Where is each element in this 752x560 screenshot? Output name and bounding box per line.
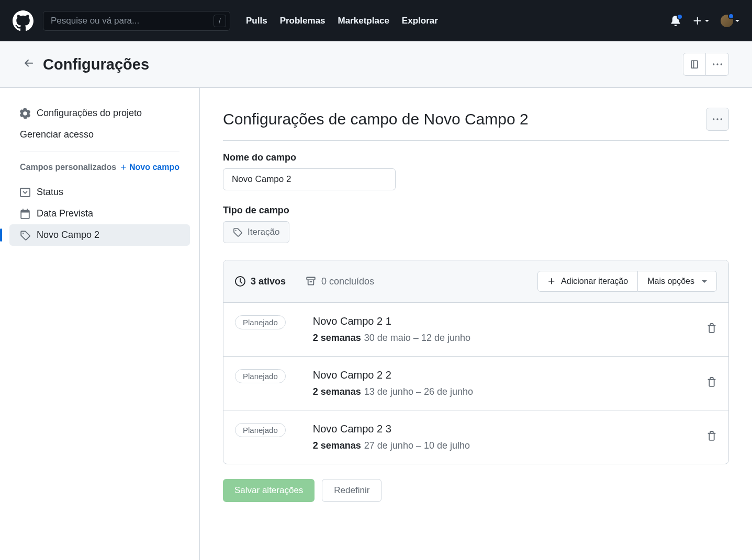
clock-icon — [235, 276, 245, 287]
iteration-icon — [20, 230, 30, 241]
iteration-row: Planejado Novo Campo 2 1 2 semanas30 de … — [223, 303, 728, 357]
main-header: Configurações de campo de Novo Campo 2 — [223, 108, 729, 141]
add-iteration-button[interactable]: Adicionar iteração — [537, 271, 638, 292]
trash-icon — [706, 431, 717, 441]
avatar-dot — [728, 13, 734, 19]
sidebar: Configurações do projeto Gerenciar acess… — [0, 88, 200, 560]
caret-down-icon — [735, 20, 739, 22]
field-label: Novo Campo 2 — [37, 230, 99, 241]
user-menu[interactable] — [721, 15, 739, 27]
caret-down-icon — [705, 20, 709, 22]
custom-fields-header: Campos personalizados Novo campo — [9, 158, 190, 181]
search-input[interactable] — [43, 11, 230, 31]
divider — [20, 152, 179, 152]
sidebar-item-manage-access[interactable]: Gerenciar acesso — [9, 124, 190, 145]
delete-iteration-button[interactable] — [706, 377, 717, 390]
plus-icon — [547, 277, 556, 285]
field-type-label: Tipo de campo — [223, 205, 729, 216]
footer-actions: Salvar alterações Redefinir — [223, 479, 729, 502]
notifications-icon[interactable] — [670, 16, 681, 26]
nav-links: Pulls Problemas Marketplace Explorar — [246, 16, 438, 26]
nav-explore[interactable]: Explorar — [402, 16, 438, 26]
github-logo[interactable] — [13, 10, 33, 31]
field-name-input[interactable] — [223, 168, 396, 190]
iteration-meta: 2 semanas30 de maio – 12 de junho — [313, 333, 679, 344]
reset-button[interactable]: Redefinir — [322, 479, 381, 502]
trash-icon — [706, 323, 717, 334]
more-menu-button[interactable] — [706, 53, 729, 76]
main-title: Configurações de campo de Novo Campo 2 — [223, 110, 529, 128]
archive-icon — [306, 276, 316, 287]
topbar-right — [670, 15, 739, 27]
nav-marketplace[interactable]: Marketplace — [338, 16, 389, 26]
iterations-header: 3 ativos 0 concluídos Adicionar iteração… — [223, 260, 728, 303]
iteration-actions: Adicionar iteração Mais opções — [537, 271, 717, 292]
topbar: / Pulls Problemas Marketplace Explorar — [0, 0, 752, 41]
new-field-link[interactable]: Novo campo — [120, 163, 179, 172]
more-options-button[interactable]: Mais opções — [638, 271, 717, 292]
back-arrow-icon[interactable] — [23, 58, 35, 71]
plus-icon — [120, 164, 127, 171]
gear-icon — [20, 108, 30, 119]
iteration-row: Planejado Novo Campo 2 2 2 semanas13 de … — [223, 357, 728, 410]
single-select-icon — [20, 187, 30, 198]
subheader: Configurações — [0, 41, 752, 88]
tab-active[interactable]: 3 ativos — [235, 276, 286, 287]
field-item-status[interactable]: Status — [9, 181, 190, 203]
iteration-meta: 2 semanas13 de junho – 26 de junho — [313, 386, 679, 397]
field-label: Data Prevista — [37, 208, 93, 219]
caret-down-icon — [702, 280, 707, 283]
iterations-box: 3 ativos 0 concluídos Adicionar iteração… — [223, 260, 729, 464]
sidebar-item-label: Configurações do projeto — [37, 108, 142, 119]
status-badge: Planejado — [235, 315, 286, 329]
field-menu-button[interactable] — [706, 108, 729, 131]
sidebar-item-label: Gerenciar acesso — [20, 129, 94, 140]
sidebar-item-project-settings[interactable]: Configurações do projeto — [9, 102, 190, 124]
field-item-novo-campo-2[interactable]: Novo Campo 2 — [9, 224, 190, 246]
notification-dot — [677, 14, 683, 20]
delete-iteration-button[interactable] — [706, 431, 717, 443]
iteration-name[interactable]: Novo Campo 2 1 — [313, 315, 679, 327]
layout: Configurações do projeto Gerenciar acess… — [0, 88, 752, 560]
iteration-row: Planejado Novo Campo 2 3 2 semanas27 de … — [223, 410, 728, 464]
iteration-info: Novo Campo 2 3 2 semanas27 de junho – 10… — [313, 423, 679, 451]
nav-problems[interactable]: Problemas — [280, 16, 326, 26]
page-title: Configurações — [43, 56, 149, 73]
iteration-name[interactable]: Novo Campo 2 3 — [313, 423, 679, 435]
field-label: Status — [37, 187, 63, 198]
field-name-label: Nome do campo — [223, 152, 729, 163]
create-menu[interactable] — [692, 16, 709, 26]
iteration-meta: 2 semanas27 de junho – 10 de julho — [313, 440, 679, 451]
iteration-name[interactable]: Novo Campo 2 2 — [313, 369, 679, 381]
field-type-display: Iteração — [223, 221, 289, 243]
subheader-actions — [683, 53, 729, 76]
delete-iteration-button[interactable] — [706, 323, 717, 336]
custom-fields-title: Campos personalizados — [20, 163, 116, 172]
calendar-icon — [20, 209, 30, 219]
status-badge: Planejado — [235, 369, 286, 383]
iteration-info: Novo Campo 2 1 2 semanas30 de maio – 12 … — [313, 315, 679, 344]
iteration-icon — [233, 227, 242, 237]
search-shortcut-key: / — [214, 15, 226, 27]
main-content: Configurações de campo de Novo Campo 2 N… — [200, 88, 752, 560]
trash-icon — [706, 377, 717, 387]
field-item-data-prevista[interactable]: Data Prevista — [9, 203, 190, 224]
search-wrapper: / — [43, 11, 230, 31]
tab-completed[interactable]: 0 concluídos — [306, 276, 374, 287]
save-button[interactable]: Salvar alterações — [223, 479, 315, 502]
nav-pulls[interactable]: Pulls — [246, 16, 267, 26]
status-badge: Planejado — [235, 423, 286, 437]
iteration-info: Novo Campo 2 2 2 semanas13 de junho – 26… — [313, 369, 679, 397]
panel-toggle-button[interactable] — [683, 53, 706, 76]
